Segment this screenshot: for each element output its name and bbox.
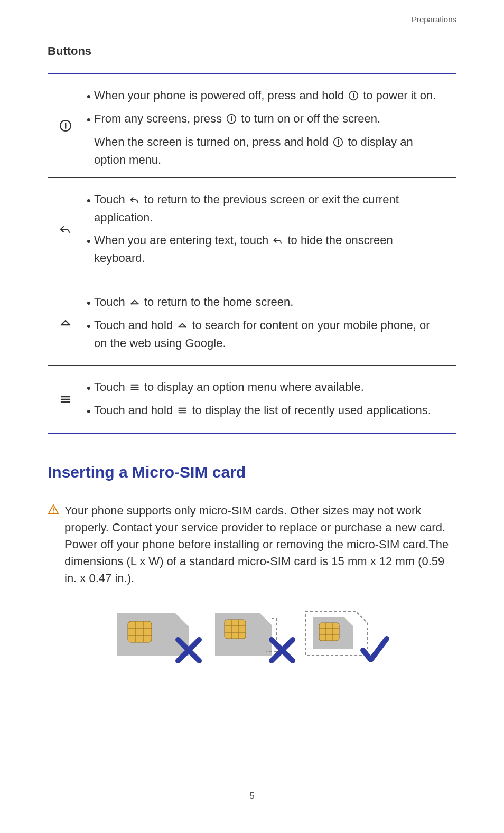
- bullet-text: When you are entering text, touch to hid…: [94, 231, 446, 267]
- button-description: •Touch to return to the previous screen …: [85, 178, 456, 279]
- button-description: •Touch to return to the home screen.•Tou…: [85, 280, 456, 365]
- bullet-text: Touch to display an option menu where av…: [94, 378, 446, 396]
- bullet-dot: •: [87, 87, 94, 106]
- svg-rect-8: [128, 621, 152, 642]
- table-row: •Touch to return to the home screen.•Tou…: [48, 280, 456, 365]
- bullet-item: •When your phone is powered off, press a…: [87, 87, 446, 106]
- bullet-text: Touch to return to the home screen.: [94, 293, 446, 311]
- button-description: •Touch to display an option menu where a…: [85, 366, 456, 433]
- bullet-item: •From any screens, press to turn on or o…: [87, 110, 446, 129]
- sim-figure: [48, 603, 456, 668]
- table-row: •When your phone is powered off, press a…: [48, 74, 456, 177]
- cross-icon: [272, 640, 293, 661]
- section-title: Inserting a Micro-SIM card: [48, 463, 456, 481]
- warning-block: Your phone supports only micro-SIM cards…: [48, 502, 456, 586]
- page-number: 5: [0, 791, 504, 801]
- svg-rect-22: [319, 623, 339, 641]
- warning-icon: [48, 502, 64, 520]
- sim-mini: [117, 613, 189, 656]
- bullet-dot: •: [87, 191, 94, 210]
- check-icon: [363, 639, 387, 660]
- bullet-item: •Touch and hold to display the list of r…: [87, 401, 446, 420]
- warning-text: Your phone supports only micro-SIM cards…: [64, 502, 456, 586]
- running-head: Preparations: [412, 15, 456, 24]
- sim-micro: [305, 611, 367, 656]
- bullet-dot: •: [87, 378, 94, 397]
- bullet-text: From any screens, press to turn on or of…: [94, 110, 446, 128]
- back-icon: [48, 178, 85, 279]
- sim-nano-adapter: [215, 613, 277, 656]
- bullet-dot: •: [87, 293, 94, 312]
- bullet-item: •Touch to return to the previous screen …: [87, 191, 446, 227]
- table-row: •Touch to return to the previous screen …: [48, 177, 456, 279]
- bullet-dot: •: [87, 316, 94, 335]
- bullet-dot: •: [87, 401, 94, 420]
- menu-icon: [48, 366, 85, 433]
- bullet-text: Touch to return to the previous screen o…: [94, 191, 446, 227]
- buttons-heading: Buttons: [48, 44, 456, 58]
- buttons-table: •When your phone is powered off, press a…: [48, 73, 456, 434]
- bullet-item: •Touch to display an option menu where a…: [87, 378, 446, 397]
- bullet-item: •Touch to return to the home screen.: [87, 293, 446, 312]
- bullet-text: Touch and hold to display the list of re…: [94, 401, 446, 419]
- power-icon: [48, 74, 85, 177]
- button-description: •When your phone is powered off, press a…: [85, 74, 456, 177]
- svg-rect-15: [225, 620, 246, 639]
- table-row: •Touch to display an option menu where a…: [48, 365, 456, 433]
- home-icon: [48, 280, 85, 365]
- bullet-dot: •: [87, 110, 94, 129]
- bullet-text: Touch and hold to search for content on …: [94, 316, 446, 352]
- bullet-item: •When you are entering text, touch to hi…: [87, 231, 446, 267]
- bullet-item: •Touch and hold to search for content on…: [87, 316, 446, 352]
- bullet-dot: •: [87, 231, 94, 250]
- bullet-text: When your phone is powered off, press an…: [94, 87, 446, 105]
- continuation-text: When the screen is turned on, press and …: [94, 133, 446, 169]
